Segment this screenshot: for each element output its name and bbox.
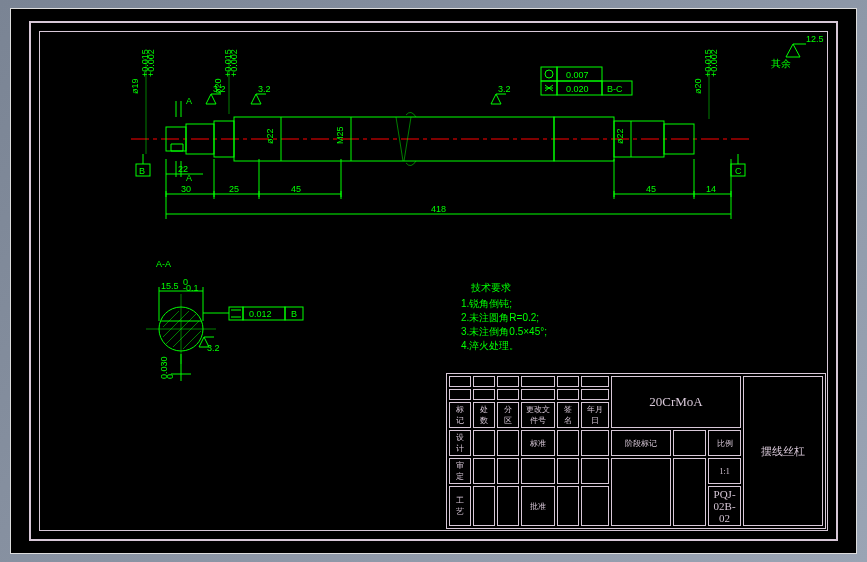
svg-text:+0.002: +0.002: [709, 49, 719, 77]
svg-point-37: [545, 70, 553, 78]
phi22b: ø22: [615, 128, 625, 144]
datum-c: C: [735, 166, 742, 176]
svg-text:B: B: [291, 309, 297, 319]
fcf2: 0.020: [566, 84, 589, 94]
svg-text:3.2: 3.2: [498, 84, 511, 94]
svg-text:12.5: 12.5: [806, 34, 824, 44]
svg-line-47: [173, 321, 199, 347]
dim-30: 30: [181, 184, 191, 194]
note-2: 2.未注圆角R=0.2;: [461, 312, 539, 323]
phi22a: ø22: [265, 128, 275, 144]
aa-fcf: 0.012: [249, 309, 272, 319]
svg-line-45: [163, 311, 189, 337]
svg-rect-32: [541, 67, 557, 81]
dim-45b: 45: [646, 184, 656, 194]
svg-line-48: [183, 331, 201, 349]
dim-418: 418: [431, 204, 446, 214]
aa-dim: 15.5: [161, 281, 179, 291]
svg-text:A: A: [186, 96, 192, 106]
material: 20CrMoA: [611, 376, 741, 428]
svg-text:3.2: 3.2: [258, 84, 271, 94]
other-label: 其余: [771, 58, 791, 69]
svg-rect-54: [229, 307, 243, 320]
title-block: 20CrMoA 摆线丝杠 标记处数分区更改文件号签名年月日 设计标准 阶段标记比…: [446, 373, 826, 529]
dim-25: 25: [229, 184, 239, 194]
note-4: 4.淬火处理。: [461, 340, 519, 351]
svg-text:-0.1: -0.1: [183, 283, 199, 293]
svg-text:B-C: B-C: [607, 84, 623, 94]
svg-text:A: A: [186, 173, 192, 183]
svg-text:3.2: 3.2: [213, 84, 226, 94]
svg-text:3.2: 3.2: [207, 343, 220, 353]
right-dia: ø20: [693, 78, 703, 94]
svg-text:+0.002: +0.002: [146, 49, 156, 77]
svg-text:0: 0: [165, 374, 175, 379]
note-1: 1.锐角倒钝;: [461, 298, 512, 309]
section-aa-label: A-A: [156, 259, 171, 269]
left-dia: ø19: [130, 78, 140, 94]
fcf1: 0.007: [566, 70, 589, 80]
drawing-no: PQJ-02B-02: [708, 486, 741, 526]
datum-b: B: [139, 166, 145, 176]
dim-45a: 45: [291, 184, 301, 194]
m25: M25: [335, 126, 345, 144]
notes-title: 技术要求: [470, 282, 511, 293]
dim-14: 14: [706, 184, 716, 194]
note-3: 3.未注倒角0.5×45°;: [461, 326, 547, 337]
svg-text:+0.002: +0.002: [229, 49, 239, 77]
part-name: 摆线丝杠: [743, 376, 823, 526]
